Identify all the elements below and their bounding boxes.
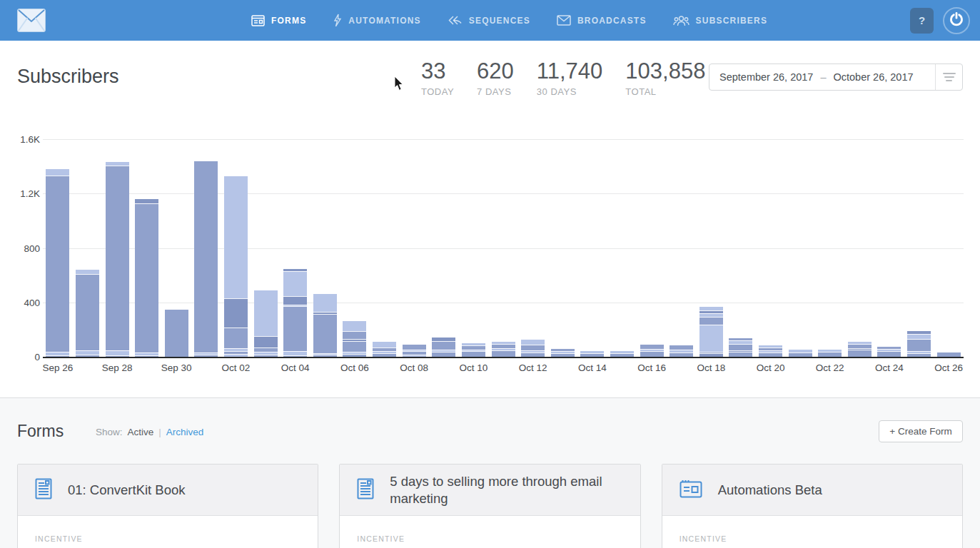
bar-segment bbox=[907, 334, 931, 340]
bar-sep-27[interactable] bbox=[76, 270, 99, 357]
bar-segment bbox=[551, 353, 575, 357]
bar-oct-08[interactable] bbox=[403, 345, 426, 357]
bar-sep-28[interactable] bbox=[106, 162, 129, 357]
bar-segment bbox=[462, 351, 485, 357]
bar-oct-20[interactable] bbox=[759, 345, 782, 357]
form-card-header[interactable]: 5 days to selling more through email mar… bbox=[340, 465, 640, 516]
bar-segment bbox=[194, 161, 218, 352]
bar-oct-14[interactable] bbox=[580, 351, 604, 357]
bar-segment bbox=[106, 355, 129, 357]
form-card-body: INCENTIVE Join the automations early acc… bbox=[662, 516, 962, 548]
gridline bbox=[43, 303, 964, 303]
bar-segment bbox=[729, 352, 752, 357]
bar-oct-10[interactable] bbox=[462, 343, 485, 357]
gridline bbox=[43, 193, 964, 194]
bar-oct-04[interactable] bbox=[283, 269, 307, 357]
form-card-body: INCENTIVE bbox=[18, 516, 318, 543]
bar-segment bbox=[194, 355, 218, 357]
bar-segment bbox=[729, 344, 752, 351]
bar-oct-15[interactable] bbox=[610, 351, 634, 357]
bar-oct-16[interactable] bbox=[640, 345, 664, 357]
bar-segment bbox=[848, 350, 872, 357]
stat-label: TODAY bbox=[421, 86, 454, 97]
bar-segment bbox=[343, 354, 366, 357]
form-card-header[interactable]: 01: ConvertKit Book bbox=[18, 465, 318, 516]
form-card-body: INCENTIVE bbox=[340, 516, 640, 543]
create-form-button[interactable]: + Create Form bbox=[879, 420, 963, 442]
nav-item-forms[interactable]: FORMS bbox=[251, 15, 306, 26]
bar-oct-07[interactable] bbox=[373, 342, 396, 357]
bar-oct-12[interactable] bbox=[521, 340, 545, 357]
bar-segment bbox=[521, 340, 545, 345]
filter-archived-link[interactable]: Archived bbox=[166, 427, 204, 437]
logout-button[interactable] bbox=[943, 7, 970, 34]
bar-segment bbox=[254, 290, 278, 337]
nav-item-sequences[interactable]: SEQUENCES bbox=[448, 15, 530, 26]
bar-oct-05[interactable] bbox=[313, 294, 337, 357]
bar-segment bbox=[610, 353, 634, 357]
bar-segment bbox=[373, 342, 396, 347]
nav-label: SEQUENCES bbox=[469, 16, 530, 26]
bar-segment bbox=[759, 352, 782, 357]
bar-oct-01[interactable] bbox=[194, 161, 218, 357]
filter-separator: | bbox=[158, 427, 161, 437]
nav-item-automations[interactable]: AUTOMATIONS bbox=[333, 14, 420, 27]
convertkit-logo envelope-logo-icon[interactable] bbox=[17, 9, 46, 32]
bar-sep-29[interactable] bbox=[135, 199, 158, 357]
bar-oct-18[interactable] bbox=[699, 307, 723, 357]
bar-oct-24[interactable] bbox=[877, 347, 901, 357]
nav-item-broadcasts[interactable]: BROADCASTS bbox=[557, 15, 647, 26]
bar-segment bbox=[580, 353, 604, 357]
nav-label: FORMS bbox=[271, 16, 306, 26]
subscriber-stats: 33 TODAY 620 7 DAYS 11,740 30 DAYS 103,8… bbox=[421, 59, 705, 97]
bar-oct-11[interactable] bbox=[492, 342, 515, 357]
double-arrow-icon bbox=[448, 15, 463, 26]
form-card-title: Automations Beta bbox=[718, 482, 822, 498]
bar-segment bbox=[640, 351, 664, 357]
landing-page-icon bbox=[680, 480, 702, 501]
bar-oct-02[interactable] bbox=[224, 176, 248, 357]
help-button[interactable]: ? bbox=[910, 8, 934, 34]
bar-oct-22[interactable] bbox=[818, 350, 842, 357]
bar-segment bbox=[492, 350, 515, 357]
forms-section: Forms Show: Active | Archived + Create F… bbox=[0, 398, 980, 548]
envelope-icon bbox=[557, 15, 571, 26]
bar-segment bbox=[907, 353, 931, 357]
bar-segment bbox=[432, 341, 455, 349]
bar-sep-30[interactable] bbox=[165, 310, 188, 357]
stat-value: 103,858 bbox=[625, 59, 705, 84]
bar-segment bbox=[254, 336, 278, 347]
bar-segment bbox=[789, 352, 812, 357]
bar-segment bbox=[76, 355, 99, 357]
filter-lines-icon bbox=[943, 73, 956, 74]
form-card-header[interactable]: Automations Beta bbox=[662, 465, 962, 516]
bar-oct-06[interactable] bbox=[343, 321, 366, 357]
bar-oct-25[interactable] bbox=[907, 331, 931, 357]
x-axis-tick: Oct 20 bbox=[746, 362, 796, 373]
filter-active[interactable]: Active bbox=[128, 427, 154, 437]
nav-item-subscribers[interactable]: SUBSCRIBERS bbox=[673, 15, 768, 26]
x-axis-tick: Oct 22 bbox=[805, 362, 855, 373]
bar-segment bbox=[135, 355, 158, 357]
bar-sep-26[interactable] bbox=[46, 169, 69, 357]
bar-segment bbox=[403, 345, 426, 350]
bar-oct-13[interactable] bbox=[551, 349, 575, 357]
app-window: FORMS AUTOMATIONS SEQUEN bbox=[0, 0, 980, 548]
x-axis-tick: Oct 14 bbox=[567, 362, 617, 373]
stat-label: TOTAL bbox=[625, 86, 705, 97]
bar-oct-09[interactable] bbox=[432, 338, 455, 357]
chart-options-button[interactable] bbox=[935, 64, 962, 90]
bar-oct-19[interactable] bbox=[729, 338, 752, 357]
date-range-value[interactable]: September 26, 2017 – October 26, 2017 bbox=[709, 71, 935, 83]
bar-segment bbox=[313, 355, 337, 357]
bar-oct-21[interactable] bbox=[789, 350, 812, 357]
forms-filter-row: Show: Active | Archived bbox=[96, 427, 203, 437]
bar-oct-03[interactable] bbox=[254, 290, 278, 357]
bar-oct-26[interactable] bbox=[937, 352, 961, 357]
bar-segment bbox=[165, 310, 188, 357]
incentive-label: INCENTIVE bbox=[680, 534, 945, 543]
bar-oct-23[interactable] bbox=[848, 342, 872, 357]
bar-oct-17[interactable] bbox=[670, 345, 693, 357]
form-card-title: 01: ConvertKit Book bbox=[68, 482, 186, 498]
x-axis-tick: Oct 12 bbox=[508, 362, 558, 373]
